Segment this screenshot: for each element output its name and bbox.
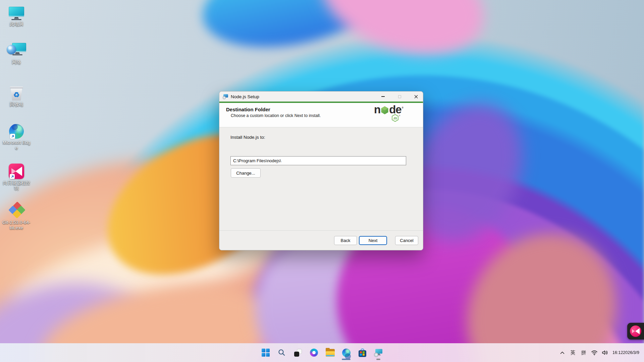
- ime-mode-indicator[interactable]: 英: [568, 346, 578, 359]
- js-badge-icon: JS ®: [391, 114, 418, 122]
- copilot-button[interactable]: [306, 344, 322, 361]
- system-tray: 英 拼 16:12 2026/3/9: [557, 343, 644, 362]
- edge-icon: [9, 119, 24, 139]
- change-button[interactable]: Change...: [231, 168, 261, 178]
- node-hexagon-icon: [381, 106, 389, 115]
- desktop-icon-label: Microsoft Edge: [2, 140, 31, 151]
- cancel-button[interactable]: Cancel: [395, 236, 418, 245]
- logo-letter: de: [389, 104, 401, 115]
- search-button[interactable]: [274, 344, 290, 361]
- chevron-up-icon: [560, 351, 565, 354]
- desktop-icon-this-pc[interactable]: 此电脑: [2, 3, 31, 27]
- globe-icon: [7, 45, 16, 54]
- install-to-label: Install Node.js to:: [230, 135, 265, 140]
- dialog-footer: Back Next Cancel: [219, 230, 423, 250]
- dialog-header: Destination Folder Choose a custom locat…: [219, 103, 423, 127]
- task-view-button[interactable]: [290, 344, 306, 361]
- wifi-icon: [591, 350, 598, 355]
- volume-button[interactable]: [600, 346, 610, 359]
- minimize-icon: [381, 96, 385, 97]
- desktop-icon-git-installer[interactable]: Git-2.53.0-64-bit.exe: [2, 201, 31, 231]
- desktop-icon-label: 向日葵远程控制: [2, 180, 31, 191]
- setup-running-indicator: [376, 359, 380, 360]
- start-icon: [262, 349, 270, 357]
- microsoft-store-button[interactable]: [354, 344, 370, 361]
- nodejs-setup-icon: [374, 349, 383, 357]
- taskbar: 英 拼 16:12 2026/3/9: [0, 343, 644, 362]
- tray-time: 16:12: [612, 350, 623, 355]
- dialog-titlebar[interactable]: Node.js Setup: [219, 92, 423, 102]
- nodejs-logo: n de ® JS ®: [374, 104, 418, 122]
- search-icon: [278, 349, 286, 357]
- maximize-button[interactable]: [392, 92, 407, 102]
- network-icon: [7, 43, 26, 58]
- installer-window-icon: [223, 94, 228, 99]
- svg-text:JS: JS: [393, 117, 397, 120]
- volume-icon: [602, 350, 608, 355]
- sunlogin-icon: [9, 164, 24, 179]
- desktop-icon-label: 此电脑: [10, 21, 23, 27]
- file-explorer-button[interactable]: [322, 344, 338, 361]
- hidden-icons-button[interactable]: [557, 346, 567, 359]
- this-pc-icon: [9, 7, 24, 20]
- dialog-title: Node.js Setup: [231, 94, 374, 99]
- desktop-icon-label: 回收站: [10, 102, 23, 107]
- shortcut-arrow-icon: [10, 134, 15, 139]
- edge-icon: [342, 349, 351, 357]
- recycle-symbol: ♻: [13, 91, 20, 98]
- back-button[interactable]: Back: [334, 236, 357, 245]
- edge-running-indicator: [342, 359, 351, 360]
- wifi-button[interactable]: [590, 346, 599, 359]
- registered-mark: ®: [402, 107, 403, 109]
- maximize-icon: [398, 95, 401, 98]
- logo-letter: n: [374, 104, 380, 115]
- dialog-body: Install Node.js to: Change...: [219, 127, 423, 230]
- edge-button[interactable]: [338, 344, 354, 361]
- sunlogin-floating-widget[interactable]: [627, 323, 644, 340]
- tray-date: 2026/3/9: [623, 350, 639, 355]
- sunlogin-icon: [630, 325, 641, 337]
- start-button[interactable]: [258, 344, 274, 361]
- desktop-icon-label: Git-2.53.0-64-bit.exe: [2, 220, 31, 231]
- minimize-button[interactable]: [376, 92, 390, 102]
- task-view-icon: [294, 349, 302, 357]
- registered-mark: ®: [399, 115, 400, 117]
- ime-pinyin-indicator[interactable]: 拼: [579, 346, 588, 359]
- shortcut-arrow-icon: [10, 174, 15, 179]
- nodejs-setup-taskbar-button[interactable]: [370, 344, 386, 361]
- next-button[interactable]: Next: [359, 236, 387, 245]
- microsoft-store-icon: [358, 349, 367, 357]
- desktop-icon-edge[interactable]: Microsoft Edge: [2, 121, 31, 151]
- desktop-icon-label: 网络: [12, 60, 21, 65]
- desktop-icon-recycle-bin[interactable]: ♻ 回收站: [2, 83, 31, 107]
- taskbar-center-icons: [258, 343, 386, 362]
- file-explorer-icon: [326, 349, 335, 357]
- git-installer-icon: [8, 202, 24, 219]
- close-button[interactable]: [409, 92, 423, 102]
- desktop-icon-network[interactable]: 网络: [2, 41, 31, 65]
- recycle-bin-icon: ♻: [10, 86, 23, 101]
- close-icon: [414, 95, 418, 99]
- nodejs-setup-dialog: Node.js Setup Destination Folder Choose …: [219, 91, 423, 250]
- copilot-icon: [310, 349, 318, 357]
- clock[interactable]: 16:12 2026/3/9: [611, 346, 641, 359]
- destination-path-input[interactable]: [230, 156, 406, 165]
- desktop-icon-sunlogin[interactable]: 向日葵远程控制: [2, 162, 31, 191]
